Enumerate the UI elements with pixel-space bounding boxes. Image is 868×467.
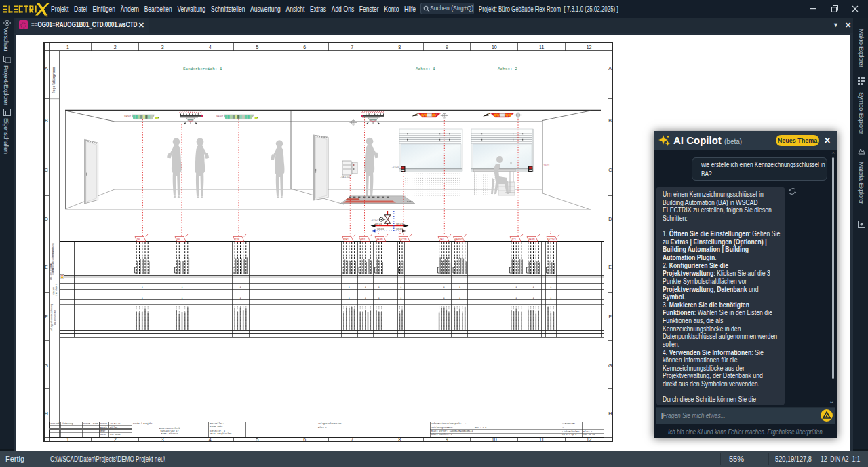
svg-text:Blatt nachher: 2: Blatt nachher: 2 bbox=[431, 433, 452, 436]
svg-text:Zeichnungsnummer:: Zeichnungsnummer: bbox=[431, 426, 454, 429]
svg-text:E: E bbox=[45, 265, 48, 269]
svg-text:1: 1 bbox=[365, 286, 366, 288]
svg-text:1: 1 bbox=[182, 297, 183, 299]
svg-text:1: 1 bbox=[240, 286, 241, 288]
svg-text:8E3N: 8E3N bbox=[529, 238, 535, 241]
svg-text:Lichtmaßnahme:: Lichtmaßnahme: bbox=[562, 430, 580, 433]
svg-text:8E3N1: 8E3N1 bbox=[455, 238, 462, 241]
svg-text:A: A bbox=[45, 66, 48, 71]
svg-text:1: 1 bbox=[459, 286, 460, 288]
svg-text:5: 5 bbox=[256, 45, 258, 50]
svg-text:11: 11 bbox=[539, 45, 544, 50]
svg-text:1: 1 bbox=[515, 297, 517, 299]
svg-text:9: 9 bbox=[446, 437, 448, 442]
svg-text:12: 12 bbox=[587, 45, 592, 50]
svg-text:Bearb: Bearb bbox=[100, 426, 107, 429]
svg-text:8E3N: 8E3N bbox=[377, 238, 383, 241]
svg-text:1: 1 bbox=[550, 286, 551, 288]
svg-text:8C2N1: 8C2N1 bbox=[549, 238, 556, 241]
svg-text:1: 1 bbox=[378, 286, 380, 288]
svg-text:1: 1 bbox=[378, 297, 380, 299]
svg-text:AI: AI bbox=[45, 14, 47, 18]
svg-text:Achse: 2: Achse: 2 bbox=[498, 67, 517, 71]
svg-text:3: 3 bbox=[161, 437, 164, 442]
svg-text:-SEN7: -SEN7 bbox=[123, 115, 131, 118]
svg-text:10: 10 bbox=[492, 437, 497, 442]
svg-text:Datum: Datum bbox=[100, 422, 107, 425]
svg-text:3: 3 bbox=[161, 45, 164, 50]
svg-text:1: 1 bbox=[349, 297, 350, 299]
svg-text:Rev.: 1.0: Rev.: 1.0 bbox=[475, 426, 486, 429]
svg-text:Lp 2 - Lp 4: Lp 2 - Lp 4 bbox=[562, 433, 576, 436]
svg-text:2: 2 bbox=[562, 426, 564, 429]
svg-text:2: 2 bbox=[114, 45, 117, 50]
svg-text:-SEN7: -SEN7 bbox=[216, 115, 223, 118]
svg-text:1: 1 bbox=[515, 286, 517, 288]
svg-text:Änderung: Änderung bbox=[62, 422, 73, 425]
svg-text:10: 10 bbox=[492, 45, 497, 50]
svg-text:7E1: 7E1 bbox=[344, 238, 349, 241]
svg-text:struktur: struktur bbox=[55, 284, 58, 295]
svg-text:-1912: -1912 bbox=[371, 218, 378, 221]
svg-text:1: 1 bbox=[66, 437, 69, 442]
svg-text:Datenpunkte: Datenpunkte bbox=[54, 310, 56, 325]
svg-text:Beiton-klemme: Beiton-klemme bbox=[50, 263, 52, 280]
svg-text:A: A bbox=[608, 66, 612, 71]
svg-text:C: C bbox=[608, 168, 612, 172]
svg-text:6: 6 bbox=[303, 45, 306, 50]
svg-text:85232 Bergkirchen: 85232 Bergkirchen bbox=[210, 432, 232, 435]
svg-text:Datum: Datum bbox=[83, 422, 90, 425]
svg-text:1: 1 bbox=[142, 297, 143, 299]
svg-text:1: 1 bbox=[443, 297, 445, 299]
svg-text:von 12 R1: von 12 R1 bbox=[583, 433, 595, 436]
svg-text:F: F bbox=[45, 314, 47, 319]
svg-text:1: 1 bbox=[459, 297, 460, 299]
svg-text:H: H bbox=[608, 411, 612, 416]
svg-text:1: 1 bbox=[142, 286, 143, 288]
svg-text:B: B bbox=[45, 118, 48, 123]
svg-text:WSCAD GmbH: WSCAD GmbH bbox=[210, 425, 222, 428]
svg-text:9N: 9N bbox=[177, 238, 180, 241]
svg-text:H: H bbox=[45, 411, 48, 416]
svg-text:4: 4 bbox=[209, 437, 212, 442]
svg-text:G: G bbox=[608, 363, 612, 368]
svg-text:1: 1 bbox=[400, 286, 401, 288]
svg-text:D: D bbox=[608, 217, 612, 221]
svg-text:WE2 B: WE2 B bbox=[377, 228, 384, 231]
svg-text:WE2 B: WE2 B bbox=[396, 228, 403, 231]
svg-text:29.02.24: 29.02.24 bbox=[110, 422, 120, 425]
svg-text:8: 8 bbox=[398, 45, 401, 50]
svg-text:Gepr: Gepr bbox=[100, 430, 106, 432]
svg-text:Zustand: Zustand bbox=[50, 422, 59, 425]
svg-text:WE1 W: WE1 W bbox=[396, 223, 404, 225]
svg-text:WE1 B: WE1 B bbox=[375, 223, 382, 225]
svg-text:1: 1 bbox=[400, 297, 401, 299]
svg-text:7: 7 bbox=[351, 437, 353, 442]
svg-text:432 5054: 432 5054 bbox=[110, 433, 120, 436]
svg-text:Anlagenkennzeichnung: Anlagenkennzeichnung bbox=[50, 304, 53, 332]
svg-text:6: 6 bbox=[303, 437, 306, 442]
svg-text:-1923: -1923 bbox=[542, 164, 550, 167]
svg-text:1: 1 bbox=[240, 297, 241, 299]
svg-text:8: 8 bbox=[398, 437, 401, 442]
svg-text:D: D bbox=[45, 217, 48, 221]
svg-text:Name: Name bbox=[93, 422, 98, 425]
svg-text:1: 1 bbox=[365, 297, 366, 299]
svg-text:-SA1101: -SA1101 bbox=[340, 176, 351, 179]
svg-text:Norm: Norm bbox=[100, 433, 106, 436]
svg-text:C: C bbox=[45, 168, 48, 172]
svg-text:Informationsschwerpunkt: -+: Informationsschwerpunkt: -+ bbox=[431, 422, 467, 425]
svg-text:1: 1 bbox=[182, 286, 183, 288]
svg-text:2: 2 bbox=[114, 437, 117, 442]
svg-text:11: 11 bbox=[539, 437, 544, 442]
svg-text:G: G bbox=[45, 363, 48, 368]
svg-text:7E1: 7E1 bbox=[440, 238, 444, 241]
svg-text:1: 1 bbox=[533, 297, 534, 299]
svg-text:Müller: Müller bbox=[110, 426, 118, 429]
svg-text:Achse: 1: Achse: 1 bbox=[416, 67, 435, 71]
svg-text:Blatt 1: Blatt 1 bbox=[583, 430, 592, 433]
svg-text:B: B bbox=[608, 118, 612, 123]
svg-text:7C1: 7C1 bbox=[512, 238, 517, 241]
svg-text:1: 1 bbox=[443, 286, 445, 288]
svg-text:Sonderbereich: 1: Sonderbereich: 1 bbox=[183, 67, 222, 71]
